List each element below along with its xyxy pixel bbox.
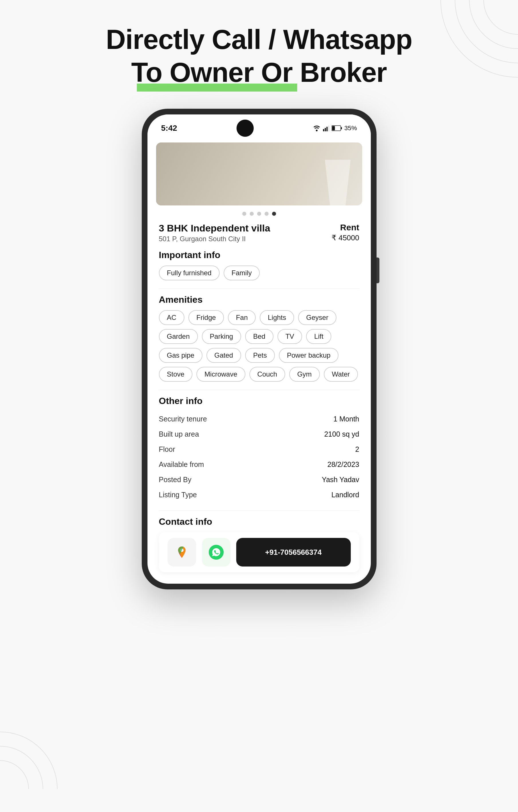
info-row-floor: Floor 2 [159,442,359,457]
tag-ac: AC [159,310,184,325]
whatsapp-icon [209,545,224,560]
whatsapp-button[interactable] [202,538,230,567]
headline-line2: To Owner Or Broker [131,56,387,89]
info-label-posted: Posted By [159,475,192,484]
info-row-posted: Posted By Yash Yadav [159,472,359,487]
svg-point-7 [316,129,318,131]
rent-label: Rent [332,223,359,232]
tag-parking: Parking [202,329,241,344]
dot-4 [265,212,269,216]
tag-gas-pipe: Gas pipe [159,348,202,363]
property-price-block: Rent ₹ 45000 [332,223,359,242]
call-button[interactable]: +91-7056566374 [236,538,351,567]
contact-info-section: Contact info [159,517,359,572]
tag-family: Family [224,265,260,281]
info-row-listing: Listing Type Landlord [159,487,359,502]
tag-fully-furnished: Fully furnished [159,265,220,281]
svg-point-5 [0,746,43,789]
divider-3 [159,511,359,511]
tag-bed: Bed [245,329,273,344]
info-value-available: 28/2/2023 [327,460,359,469]
phone-mockup: 5:42 [142,109,377,589]
phone-frame: 5:42 [142,109,377,589]
camera-notch [237,120,254,137]
status-icons: 35% [313,124,357,132]
svg-rect-13 [332,126,335,130]
svg-point-1 [469,0,518,49]
info-value-posted: Yash Yadav [322,475,359,484]
tag-water: Water [324,367,358,382]
tag-power-backup: Power backup [279,348,338,363]
svg-point-0 [484,0,518,34]
tag-stove: Stove [159,367,192,382]
other-info-section: Other info Security tenure 1 Month Built… [159,396,359,502]
info-value-listing: Landlord [331,491,359,499]
wifi-icon [313,125,321,131]
tag-lights: Lights [260,310,294,325]
dot-1 [242,212,246,216]
contact-info-title: Contact info [159,517,359,527]
battery-icon [332,125,342,131]
important-info-section: Important info Fully furnished Family [159,250,359,281]
svg-rect-9 [325,128,326,131]
svg-rect-10 [326,127,328,131]
battery-pct: 35% [344,124,357,132]
tag-couch: Couch [249,367,285,382]
dot-2 [250,212,254,216]
image-dots [147,208,371,218]
info-value-area: 2100 sq yd [324,430,359,438]
info-value-floor: 2 [355,445,359,454]
info-row-available: Available from 28/2/2023 [159,457,359,472]
tag-gym: Gym [289,367,320,382]
contact-actions: +91-7056566374 [159,532,359,572]
status-bar: 5:42 [147,114,371,140]
info-row-area: Built up area 2100 sq yd [159,427,359,442]
amenities-tags: AC Fridge Fan Lights Geyser Garden Parki… [159,310,359,382]
property-image [156,143,362,205]
tag-microwave: Microwave [196,367,245,382]
maps-icon [174,545,189,560]
info-label-floor: Floor [159,445,175,454]
svg-rect-14 [341,127,342,129]
divider-1 [159,288,359,289]
tag-tv: TV [277,329,302,344]
tag-garden: Garden [159,329,198,344]
info-label-available: Available from [159,460,204,469]
property-price: ₹ 45000 [332,233,359,242]
important-info-tags: Fully furnished Family [159,265,359,281]
info-label-listing: Listing Type [159,491,197,499]
status-time: 5:42 [161,124,177,133]
property-title: 3 BHK Independent villa [159,223,270,234]
important-info-title: Important info [159,250,359,260]
content-area[interactable]: 3 BHK Independent villa 501 P, Gurgaon S… [147,218,371,584]
dot-5-active [272,212,276,216]
deco-top-right [426,0,518,92]
dot-3 [257,212,261,216]
svg-point-6 [0,732,57,789]
deco-bottom-left [0,709,80,789]
maps-button[interactable] [167,538,196,567]
svg-point-2 [455,0,518,63]
svg-point-3 [441,0,518,77]
tag-gated: Gated [207,348,241,363]
svg-point-4 [0,760,29,789]
info-label-area: Built up area [159,430,199,438]
signal-icon [323,125,329,131]
headline: Directly Call / Whatsapp To Owner Or Bro… [106,23,412,92]
tag-fan: Fan [228,310,256,325]
svg-rect-8 [323,129,324,131]
info-label-security: Security tenure [159,415,207,423]
tag-geyser: Geyser [298,310,336,325]
amenities-section: Amenities AC Fridge Fan Lights Geyser Ga… [159,294,359,382]
property-address: 501 P, Gurgaon South City II [159,235,270,243]
amenities-title: Amenities [159,294,359,305]
property-title-block: 3 BHK Independent villa 501 P, Gurgaon S… [159,223,270,243]
info-row-security: Security tenure 1 Month [159,411,359,427]
headline-line1: Directly Call / Whatsapp [106,23,412,56]
property-header: 3 BHK Independent villa 501 P, Gurgaon S… [159,223,359,243]
svg-rect-11 [328,125,329,131]
info-value-security: 1 Month [333,415,359,423]
tag-pets: Pets [245,348,275,363]
whatsapp-svg [211,547,221,557]
tag-fridge: Fridge [188,310,224,325]
